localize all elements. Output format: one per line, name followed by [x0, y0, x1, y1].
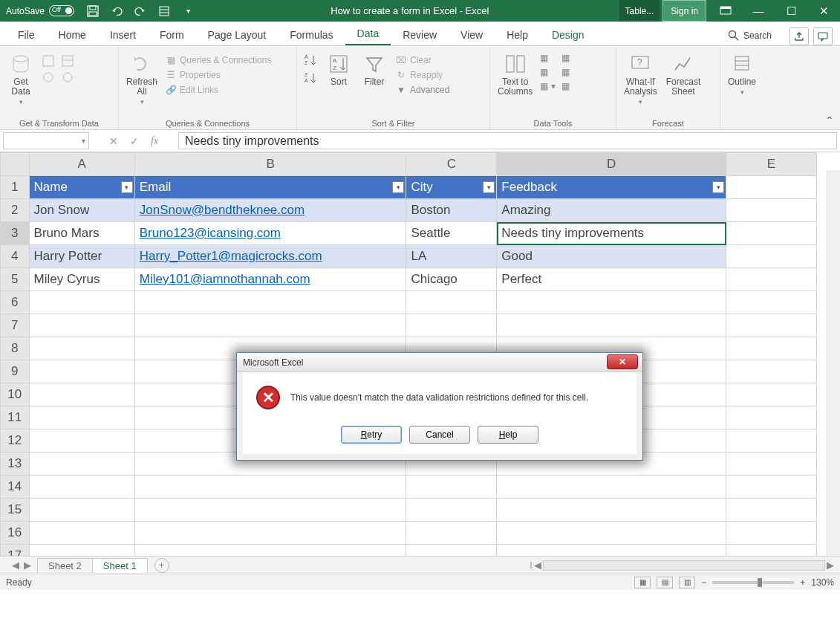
- cell[interactable]: [406, 499, 497, 522]
- email-link[interactable]: Bruno123@icansing.com: [140, 226, 281, 240]
- tab-page-layout[interactable]: Page Layout: [196, 25, 279, 45]
- row-header[interactable]: 2: [1, 199, 30, 222]
- cell[interactable]: [726, 222, 817, 245]
- cell[interactable]: [497, 291, 726, 314]
- cell[interactable]: Harry Potter: [29, 245, 134, 268]
- cell[interactable]: [134, 522, 406, 545]
- manage-data-model-icon[interactable]: ▦: [560, 80, 571, 92]
- dialog-close-icon[interactable]: ✕: [607, 354, 638, 369]
- col-header-d[interactable]: D: [497, 153, 726, 176]
- cell[interactable]: [726, 476, 817, 499]
- comments-icon[interactable]: [813, 27, 833, 45]
- zoom-slider[interactable]: [712, 581, 794, 584]
- tab-home[interactable]: Home: [47, 25, 98, 45]
- tab-file[interactable]: File: [6, 25, 47, 45]
- row-header[interactable]: 13: [1, 453, 30, 476]
- cell[interactable]: [29, 291, 134, 314]
- remove-duplicates-icon[interactable]: ▦: [538, 66, 556, 78]
- forecast-sheet-button[interactable]: Forecast Sheet: [663, 51, 704, 98]
- select-all-corner[interactable]: [1, 153, 30, 176]
- selected-cell[interactable]: Needs tiny improvements: [497, 222, 726, 245]
- filter-dropdown-icon[interactable]: ▾: [712, 181, 724, 193]
- cell[interactable]: [726, 360, 817, 383]
- cell[interactable]: Harry_Potter1@magicrocks.com: [134, 245, 406, 268]
- cell[interactable]: [726, 291, 817, 314]
- dialog-titlebar[interactable]: Microsoft Excel ✕: [237, 353, 642, 372]
- cell[interactable]: [406, 522, 497, 545]
- cell[interactable]: [497, 522, 726, 545]
- cell[interactable]: [497, 476, 726, 499]
- tab-view[interactable]: View: [449, 25, 495, 45]
- row-header[interactable]: 4: [1, 245, 30, 268]
- cell[interactable]: [726, 383, 817, 406]
- search-button[interactable]: Search: [717, 25, 782, 45]
- form-icon[interactable]: [156, 3, 172, 19]
- tab-data[interactable]: Data: [345, 23, 391, 45]
- cell[interactable]: [29, 499, 134, 522]
- share-icon[interactable]: [789, 27, 809, 45]
- row-header[interactable]: 7: [1, 314, 30, 337]
- cell[interactable]: [134, 545, 406, 557]
- cell[interactable]: Boston: [406, 199, 497, 222]
- cell[interactable]: [497, 314, 726, 337]
- normal-view-icon[interactable]: ▦: [634, 577, 651, 588]
- help-button[interactable]: Help: [478, 426, 538, 444]
- from-table-icon[interactable]: [59, 53, 76, 68]
- col-header-b[interactable]: B: [134, 153, 406, 176]
- cell[interactable]: [29, 522, 134, 545]
- row-header[interactable]: 15: [1, 499, 30, 522]
- row-header[interactable]: 9: [1, 360, 30, 383]
- sheet-nav-prev-icon[interactable]: ◀: [12, 559, 19, 571]
- sheet-nav-next-icon[interactable]: ▶: [24, 559, 31, 571]
- cell[interactable]: Chicago: [406, 268, 497, 291]
- whatif-button[interactable]: ? What-If Analysis ▾: [621, 51, 660, 107]
- cell[interactable]: Miley101@iamnothannah.com: [134, 268, 406, 291]
- tab-formulas[interactable]: Formulas: [278, 25, 345, 45]
- name-box[interactable]: [3, 132, 89, 149]
- undo-icon[interactable]: [108, 3, 125, 19]
- redo-icon[interactable]: [132, 3, 149, 19]
- cell[interactable]: [134, 291, 406, 314]
- minimize-icon[interactable]: —: [742, 0, 775, 22]
- cell[interactable]: [29, 314, 134, 337]
- formula-enter-icon[interactable]: ✓: [130, 135, 139, 147]
- retry-button[interactable]: Retry: [341, 426, 402, 444]
- cell[interactable]: Bruno123@icansing.com: [134, 222, 406, 245]
- cell[interactable]: Jon Snow: [29, 199, 134, 222]
- cell[interactable]: [726, 176, 817, 199]
- col-header-e[interactable]: E: [726, 153, 817, 176]
- filter-dropdown-icon[interactable]: ▾: [121, 181, 133, 193]
- queries-connections-button[interactable]: ▦Queries & Connections: [163, 53, 273, 67]
- sheet-tab[interactable]: Sheet 2: [37, 558, 93, 573]
- cell[interactable]: [497, 545, 726, 557]
- filter-dropdown-icon[interactable]: ▾: [392, 181, 404, 193]
- get-data-button[interactable]: Get Data ▾: [4, 51, 37, 107]
- tab-form[interactable]: Form: [148, 25, 196, 45]
- add-sheet-icon[interactable]: +: [154, 558, 169, 573]
- from-text-icon[interactable]: [40, 53, 56, 68]
- row-header[interactable]: 14: [1, 476, 30, 499]
- cell[interactable]: [134, 476, 406, 499]
- consolidate-icon[interactable]: ▦: [560, 52, 571, 64]
- cell[interactable]: [726, 268, 817, 291]
- row-header[interactable]: 1: [1, 176, 30, 199]
- cell[interactable]: [29, 337, 134, 360]
- tab-insert[interactable]: Insert: [98, 25, 148, 45]
- fx-icon[interactable]: fx: [151, 135, 158, 147]
- autosave-toggle[interactable]: AutoSave Off: [0, 5, 80, 16]
- recent-sources-icon[interactable]: [59, 70, 76, 85]
- cell[interactable]: [726, 406, 817, 429]
- cell[interactable]: [29, 429, 134, 453]
- cell[interactable]: [726, 545, 817, 557]
- flash-fill-icon[interactable]: ▦: [538, 52, 556, 64]
- outline-button[interactable]: Outline ▾: [725, 51, 759, 97]
- col-header-a[interactable]: A: [29, 153, 134, 176]
- cell[interactable]: [29, 453, 134, 476]
- clear-button[interactable]: ⌧Clear: [394, 53, 451, 67]
- cell[interactable]: [726, 314, 817, 337]
- filter-dropdown-icon[interactable]: ▾: [483, 181, 495, 193]
- cell[interactable]: [726, 453, 817, 476]
- zoom-level[interactable]: 130%: [811, 577, 834, 588]
- formula-cancel-icon[interactable]: ✕: [109, 135, 118, 147]
- customize-qat-icon[interactable]: ▾: [180, 3, 196, 19]
